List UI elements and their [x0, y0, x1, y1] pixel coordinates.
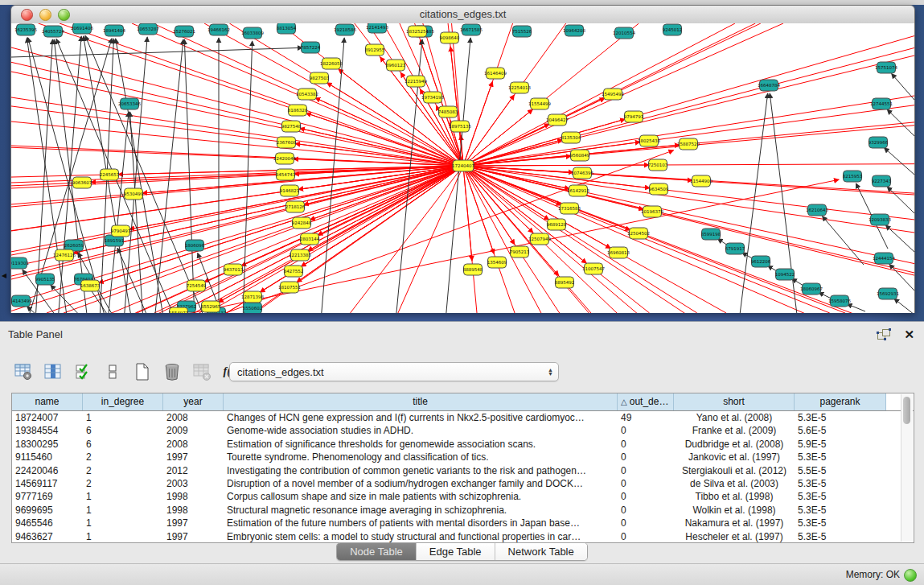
cell-out_de[interactable]: 0: [618, 464, 674, 477]
network-node[interactable]: 7254549: [187, 280, 207, 291]
column-header-year[interactable]: year: [163, 393, 224, 410]
cell-pagerank[interactable]: 5.3E-5: [795, 490, 886, 503]
network-node[interactable]: 9560849: [570, 150, 590, 161]
cell-in_degree[interactable]: 6: [83, 438, 163, 451]
network-node[interactable]: 9437013: [224, 264, 244, 275]
network-node[interactable]: 15276021: [173, 26, 195, 37]
cell-title[interactable]: Corpus callosum shape and size in male p…: [224, 490, 618, 503]
panel-collapse-handle[interactable]: ◀: [2, 272, 6, 279]
network-node[interactable]: 7515526: [512, 26, 532, 37]
cell-out_de[interactable]: 0: [618, 517, 674, 529]
network-node[interactable]: 10543382: [296, 89, 318, 100]
network-node[interactable]: 9227343: [872, 175, 892, 187]
cell-short[interactable]: Stergiakouli et al. (2012): [674, 464, 795, 477]
network-node[interactable]: 15958076: [828, 295, 851, 307]
network-node[interactable]: 9245012: [663, 24, 683, 35]
network-node[interactable]: 1554971: [169, 307, 189, 313]
network-node[interactable]: 20653346: [118, 98, 141, 109]
network-node[interactable]: 12093833: [869, 214, 891, 225]
network-node[interactable]: 7857224: [301, 42, 321, 53]
cell-short[interactable]: Wolkin et al. (1998): [674, 504, 795, 517]
network-node[interactable]: 18060967: [800, 283, 823, 295]
network-node[interactable]: 14143499: [11, 295, 32, 307]
cell-title[interactable]: Estimation of the future numbers of pati…: [224, 517, 618, 529]
cell-out_de[interactable]: 0: [618, 424, 674, 437]
network-node[interactable]: 16033809: [241, 27, 264, 39]
network-node[interactable]: 9063607: [72, 177, 92, 188]
table-row[interactable]: 969969511998Structural magnetic resonanc…: [12, 504, 914, 517]
cell-out_de[interactable]: 0: [618, 477, 674, 490]
cell-short[interactable]: Hescheler et al. (1997): [674, 530, 795, 543]
network-node[interactable]: 7250103: [648, 159, 668, 171]
network-node[interactable]: 12010554: [613, 27, 635, 39]
delete-table-button[interactable]: [191, 361, 212, 382]
network-node[interactable]: 17316583: [558, 203, 581, 214]
cell-name[interactable]: 9465546: [12, 517, 83, 529]
network-node[interactable]: 18107551: [278, 282, 301, 293]
minimize-window-button[interactable]: [39, 9, 51, 21]
cell-pagerank[interactable]: 5.5E-5: [795, 464, 886, 477]
network-node[interactable]: 7905213: [510, 246, 530, 257]
table-row[interactable]: 2242004622012Investigating the contribut…: [12, 464, 914, 477]
cell-in_degree[interactable]: 1: [83, 490, 163, 503]
cell-out_de[interactable]: 0: [618, 438, 674, 451]
cell-name[interactable]: 9463627: [12, 530, 83, 543]
network-node[interactable]: 18025438: [638, 135, 660, 146]
table-scrollbar[interactable]: [901, 394, 913, 542]
cell-pagerank[interactable]: 5.3E-5: [795, 411, 886, 424]
cell-year[interactable]: 1998: [163, 490, 224, 503]
network-node[interactable]: 18226058: [320, 58, 343, 69]
network-node[interactable]: 8599198: [701, 229, 721, 240]
network-node[interactable]: 1638673: [80, 280, 101, 291]
cell-title[interactable]: Investigating the contribution of common…: [224, 464, 618, 477]
network-node[interactable]: 9242848: [292, 217, 312, 229]
cell-pagerank[interactable]: 5.3E-5: [795, 517, 886, 529]
network-node[interactable]: 12507949: [528, 233, 551, 245]
network-node[interactable]: 9146821: [280, 185, 300, 196]
network-window[interactable]: citations_edges.txt 16235395240557242069…: [10, 5, 915, 313]
network-node[interactable]: 16146409: [484, 68, 507, 79]
network-node[interactable]: 12444154: [873, 253, 895, 264]
network-node[interactable]: 2245657: [100, 169, 120, 180]
cell-in_degree[interactable]: 2: [83, 464, 163, 477]
network-node[interactable]: 15692931: [877, 288, 899, 299]
cell-name[interactable]: 18724007: [12, 411, 83, 424]
network-window-titlebar[interactable]: citations_edges.txt: [11, 6, 914, 24]
network-node[interactable]: 18325254: [406, 26, 429, 37]
network-node[interactable]: 16671585: [460, 24, 483, 35]
cell-out_de[interactable]: 0: [618, 490, 674, 503]
network-node[interactable]: 22420046: [273, 153, 296, 164]
network-node[interactable]: 19218586: [334, 24, 356, 35]
cell-pagerank[interactable]: 5.3E-5: [795, 451, 886, 463]
cell-year[interactable]: 1997: [163, 530, 224, 543]
cell-pagerank[interactable]: 5.9E-5: [795, 438, 886, 451]
cell-year[interactable]: 1998: [163, 504, 224, 517]
network-node[interactable]: 16210643: [806, 204, 828, 216]
network-node[interactable]: 12504502: [627, 228, 650, 239]
network-node[interactable]: 8895492: [555, 277, 575, 288]
network-node[interactable]: 9329966: [869, 137, 889, 148]
network-node[interactable]: 2367608: [277, 137, 297, 148]
column-header-title[interactable]: title: [224, 393, 618, 410]
cell-pagerank[interactable]: 5.3E-5: [795, 504, 886, 517]
network-table-select[interactable]: citations_edges.txt ▲▼: [229, 362, 559, 381]
network-node[interactable]: 15887520: [677, 138, 700, 150]
cell-year[interactable]: 2008: [163, 411, 224, 424]
column-header-name[interactable]: name: [12, 393, 83, 410]
cell-in_degree[interactable]: 1: [83, 517, 163, 529]
cell-year[interactable]: 1997: [163, 517, 224, 529]
column-header-out_de[interactable]: △out_de…: [618, 393, 674, 410]
network-node[interactable]: 10653287: [137, 23, 159, 35]
network-node[interactable]: 6791917: [725, 243, 745, 254]
network-node[interactable]: 20691406: [71, 23, 93, 34]
cell-short[interactable]: Jankovic et al. (1997): [674, 451, 795, 463]
cell-out_de[interactable]: 0: [618, 530, 674, 543]
network-node[interactable]: 19734193: [421, 92, 444, 103]
network-node[interactable]: 9530499: [124, 188, 144, 200]
network-node[interactable]: 8552965: [201, 301, 221, 312]
network-node[interactable]: 9827503: [310, 72, 330, 84]
tab-network-table[interactable]: Network Table: [495, 543, 587, 560]
network-node[interactable]: 8912955: [365, 44, 385, 56]
network-node[interactable]: 18975135: [449, 121, 471, 132]
cell-name[interactable]: 9115460: [12, 451, 83, 463]
